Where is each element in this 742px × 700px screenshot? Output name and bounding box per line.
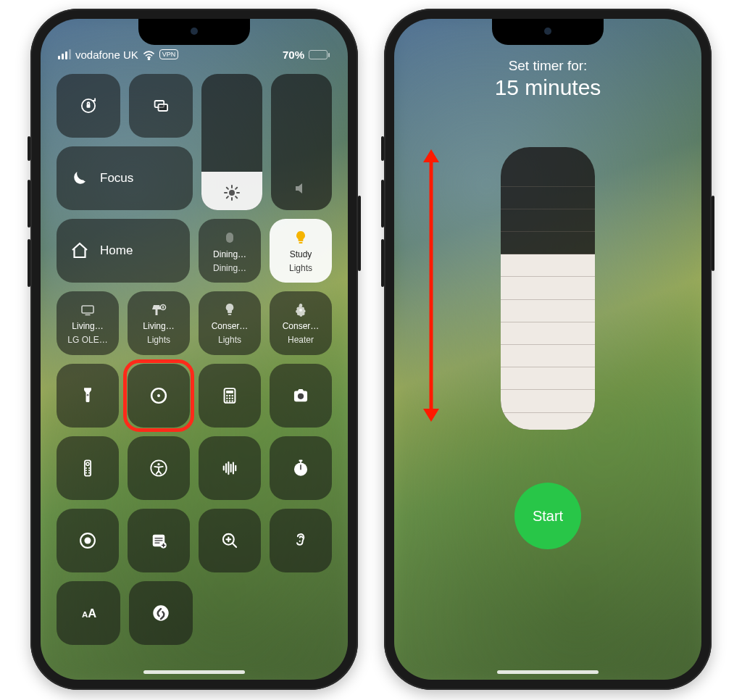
svg-line-12 [227, 196, 228, 198]
svg-line-11 [235, 196, 237, 198]
shazam-icon [151, 603, 171, 623]
shazam-button[interactable] [129, 581, 193, 645]
phone-timer-detail: Set timer for: 15 minutes [384, 9, 712, 690]
svg-point-42 [88, 467, 90, 469]
svg-rect-16 [82, 306, 93, 313]
homepod-icon [222, 230, 238, 246]
volume-down-button [28, 239, 30, 287]
svg-point-72 [299, 541, 301, 542]
svg-point-36 [229, 400, 230, 401]
quick-note-button[interactable] [128, 509, 190, 572]
focus-label: Focus [100, 171, 133, 186]
accessibility-icon [149, 458, 169, 478]
bulb-off-icon [223, 303, 236, 317]
svg-point-40 [86, 462, 89, 465]
battery-percent: 70% [283, 49, 304, 61]
svg-rect-22 [228, 314, 232, 315]
rotation-lock-icon [78, 96, 99, 116]
rotation-lock-toggle[interactable] [57, 74, 120, 138]
status-bar: vodafone UK VPN 70% [57, 42, 332, 67]
record-icon [78, 530, 98, 551]
home-indicator[interactable] [143, 670, 245, 674]
svg-point-45 [86, 472, 87, 474]
conservatory-lights-button[interactable]: Conser… Lights [199, 291, 261, 355]
svg-point-38 [298, 393, 304, 399]
svg-point-0 [148, 58, 149, 59]
accessibility-button[interactable] [128, 436, 190, 500]
battery-icon [309, 50, 328, 59]
magnifier-button[interactable] [199, 509, 261, 572]
timer-button[interactable] [128, 364, 190, 428]
svg-point-30 [229, 395, 230, 396]
carrier-label: vodafone UK [75, 49, 138, 61]
mute-switch [28, 136, 30, 161]
home-indicator[interactable] [497, 670, 599, 674]
bulb-icon [293, 230, 309, 246]
moon-icon [70, 168, 90, 188]
svg-point-44 [88, 470, 90, 471]
fan-icon [293, 303, 308, 317]
camera-icon [291, 386, 311, 406]
calculator-icon [220, 386, 240, 406]
svg-point-60 [84, 537, 91, 543]
svg-point-29 [226, 395, 228, 396]
start-label: Start [533, 508, 563, 525]
flashlight-button[interactable] [57, 364, 119, 428]
svg-rect-4 [159, 104, 168, 111]
screen-mirroring-button[interactable] [129, 74, 193, 138]
screen-record-button[interactable] [57, 509, 119, 572]
svg-rect-2 [87, 104, 91, 108]
svg-point-5 [229, 190, 235, 196]
text-size-icon: AA [78, 603, 99, 623]
notch [138, 19, 250, 45]
svg-rect-15 [299, 242, 302, 243]
svg-line-13 [235, 188, 237, 189]
sun-icon [201, 184, 262, 201]
svg-text:A: A [88, 607, 96, 620]
ear-icon [291, 530, 311, 551]
note-plus-icon [149, 530, 169, 551]
svg-rect-57 [300, 462, 301, 463]
camera-button[interactable] [270, 364, 332, 428]
volume-up-button [381, 180, 384, 228]
living-lights-button[interactable]: Living… Lights [128, 291, 190, 355]
focus-button[interactable]: Focus [57, 146, 193, 210]
study-lights-button[interactable]: Study Lights [270, 219, 332, 283]
calculator-button[interactable] [199, 364, 261, 428]
svg-rect-18 [156, 309, 158, 315]
brightness-slider[interactable] [201, 74, 262, 210]
volume-slider[interactable] [271, 74, 332, 210]
remote-icon [78, 458, 98, 478]
svg-line-10 [227, 188, 228, 189]
svg-point-31 [231, 395, 233, 396]
mute-switch [381, 136, 384, 161]
wifi-icon [143, 50, 155, 59]
text-size-button[interactable]: AA [57, 581, 120, 645]
svg-point-21 [162, 307, 164, 308]
waveform-icon [220, 458, 240, 478]
house-icon [70, 241, 90, 261]
phone-control-center: vodafone UK VPN 70% [30, 9, 358, 690]
svg-line-69 [233, 543, 236, 547]
flashlight-icon [78, 386, 98, 406]
timer-duration: 15 minutes [410, 75, 685, 100]
living-tv-button[interactable]: Living… LG OLE… [57, 291, 119, 355]
stopwatch-icon [291, 458, 311, 478]
volume-up-button [28, 180, 30, 228]
conservatory-heater-button[interactable]: Conser… Heater [270, 291, 332, 355]
home-button[interactable]: Home [57, 219, 190, 283]
svg-point-33 [229, 397, 230, 399]
hearing-button[interactable] [270, 509, 332, 572]
annotation-drag-arrow [423, 149, 439, 422]
start-button[interactable]: Start [514, 483, 581, 549]
timer-icon [149, 386, 169, 406]
svg-rect-28 [226, 391, 233, 393]
dining-accessory-button[interactable]: Dining… Dining… [199, 219, 261, 283]
remote-button[interactable] [57, 436, 119, 500]
timer-duration-slider[interactable] [501, 147, 595, 430]
voice-memo-button[interactable] [199, 436, 261, 500]
side-button [712, 196, 714, 271]
svg-point-41 [86, 467, 87, 469]
home-label: Home [100, 243, 133, 258]
stopwatch-button[interactable] [270, 436, 332, 500]
